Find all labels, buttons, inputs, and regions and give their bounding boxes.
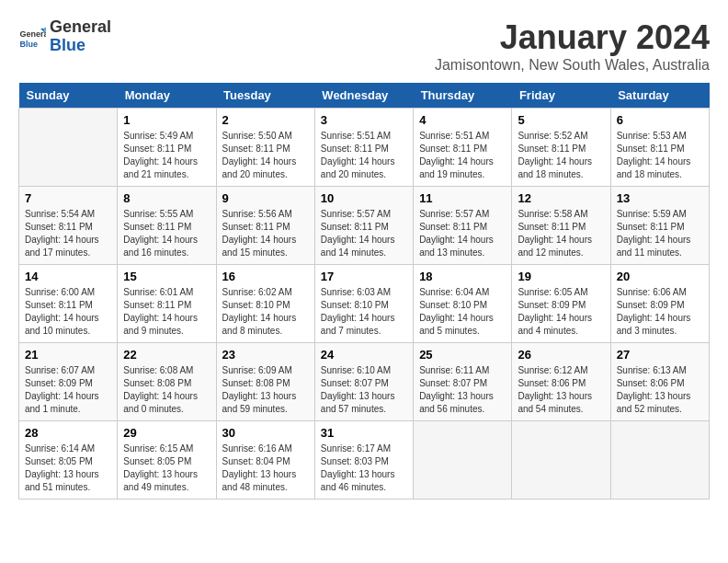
calendar-week-row: 1Sunrise: 5:49 AM Sunset: 8:11 PM Daylig… (19, 109, 710, 187)
day-of-week-header: Wednesday (314, 83, 413, 109)
day-number: 31 (321, 426, 407, 440)
day-info: Sunrise: 6:00 AM Sunset: 8:11 PM Dayligh… (25, 286, 111, 338)
day-info: Sunrise: 5:51 AM Sunset: 8:11 PM Dayligh… (419, 130, 506, 181)
day-of-week-header: Monday (118, 83, 216, 109)
day-info: Sunrise: 6:09 AM Sunset: 8:08 PM Dayligh… (222, 364, 309, 416)
day-number: 12 (518, 191, 604, 205)
day-info: Sunrise: 5:55 AM Sunset: 8:11 PM Dayligh… (123, 208, 210, 259)
day-info: Sunrise: 5:53 AM Sunset: 8:11 PM Dayligh… (617, 130, 703, 181)
calendar-day-cell: 31Sunrise: 6:17 AM Sunset: 8:03 PM Dayli… (314, 421, 413, 500)
day-number: 20 (617, 270, 703, 283)
day-number: 15 (123, 270, 210, 283)
calendar-day-cell: 28Sunrise: 6:14 AM Sunset: 8:05 PM Dayli… (19, 421, 118, 500)
day-number: 23 (222, 348, 309, 362)
day-info: Sunrise: 5:54 AM Sunset: 8:11 PM Dayligh… (25, 208, 111, 259)
day-info: Sunrise: 5:57 AM Sunset: 8:11 PM Dayligh… (321, 208, 407, 259)
calendar-day-cell: 25Sunrise: 6:11 AM Sunset: 8:07 PM Dayli… (414, 343, 512, 421)
calendar-day-cell: 29Sunrise: 6:15 AM Sunset: 8:05 PM Dayli… (118, 421, 216, 500)
calendar-day-cell: 8Sunrise: 5:55 AM Sunset: 8:11 PM Daylig… (118, 187, 216, 265)
day-info: Sunrise: 6:07 AM Sunset: 8:09 PM Dayligh… (25, 364, 111, 416)
logo-text: General Blue (50, 18, 111, 55)
day-number: 13 (617, 191, 703, 205)
day-number: 9 (222, 191, 309, 205)
calendar-day-cell (610, 421, 709, 500)
calendar-table: SundayMondayTuesdayWednesdayThursdayFrid… (18, 83, 710, 500)
day-number: 11 (419, 191, 506, 205)
day-info: Sunrise: 6:16 AM Sunset: 8:04 PM Dayligh… (222, 442, 309, 494)
day-of-week-header: Friday (512, 83, 610, 109)
calendar-title: January 2024 (435, 18, 710, 57)
day-number: 14 (25, 270, 111, 283)
day-number: 28 (25, 426, 111, 440)
calendar-day-cell: 7Sunrise: 5:54 AM Sunset: 8:11 PM Daylig… (19, 187, 118, 265)
calendar-day-cell: 19Sunrise: 6:05 AM Sunset: 8:09 PM Dayli… (512, 265, 610, 343)
calendar-day-cell: 20Sunrise: 6:06 AM Sunset: 8:09 PM Dayli… (610, 265, 709, 343)
day-number: 17 (321, 270, 407, 283)
calendar-header-row: SundayMondayTuesdayWednesdayThursdayFrid… (19, 83, 710, 109)
day-number: 27 (617, 348, 703, 362)
day-info: Sunrise: 6:17 AM Sunset: 8:03 PM Dayligh… (321, 442, 407, 494)
calendar-day-cell: 12Sunrise: 5:58 AM Sunset: 8:11 PM Dayli… (512, 187, 610, 265)
calendar-week-row: 14Sunrise: 6:00 AM Sunset: 8:11 PM Dayli… (19, 265, 710, 343)
day-info: Sunrise: 6:11 AM Sunset: 8:07 PM Dayligh… (419, 364, 506, 416)
day-info: Sunrise: 5:58 AM Sunset: 8:11 PM Dayligh… (518, 208, 604, 259)
day-number: 30 (222, 426, 309, 440)
calendar-day-cell: 4Sunrise: 5:51 AM Sunset: 8:11 PM Daylig… (414, 109, 512, 187)
day-number: 18 (419, 270, 506, 283)
calendar-day-cell (414, 421, 512, 500)
day-info: Sunrise: 5:49 AM Sunset: 8:11 PM Dayligh… (123, 130, 210, 181)
calendar-day-cell: 16Sunrise: 6:02 AM Sunset: 8:10 PM Dayli… (216, 265, 314, 343)
calendar-day-cell: 17Sunrise: 6:03 AM Sunset: 8:10 PM Dayli… (314, 265, 413, 343)
calendar-body: 1Sunrise: 5:49 AM Sunset: 8:11 PM Daylig… (19, 109, 710, 500)
day-number: 3 (321, 113, 407, 127)
calendar-day-cell: 27Sunrise: 6:13 AM Sunset: 8:06 PM Dayli… (610, 343, 709, 421)
day-number: 8 (123, 191, 210, 205)
day-info: Sunrise: 5:59 AM Sunset: 8:11 PM Dayligh… (617, 208, 703, 259)
svg-text:General: General (20, 29, 47, 39)
calendar-week-row: 21Sunrise: 6:07 AM Sunset: 8:09 PM Dayli… (19, 343, 710, 421)
day-number: 2 (222, 113, 309, 127)
calendar-day-cell: 3Sunrise: 5:51 AM Sunset: 8:11 PM Daylig… (314, 109, 413, 187)
calendar-day-cell: 9Sunrise: 5:56 AM Sunset: 8:11 PM Daylig… (216, 187, 314, 265)
day-number: 24 (321, 348, 407, 362)
calendar-day-cell: 14Sunrise: 6:00 AM Sunset: 8:11 PM Dayli… (19, 265, 118, 343)
calendar-day-cell: 10Sunrise: 5:57 AM Sunset: 8:11 PM Dayli… (314, 187, 413, 265)
day-info: Sunrise: 6:06 AM Sunset: 8:09 PM Dayligh… (617, 286, 703, 338)
logo: General Blue General Blue (18, 18, 111, 55)
day-number: 22 (123, 348, 210, 362)
calendar-day-cell: 2Sunrise: 5:50 AM Sunset: 8:11 PM Daylig… (216, 109, 314, 187)
calendar-day-cell: 18Sunrise: 6:04 AM Sunset: 8:10 PM Dayli… (414, 265, 512, 343)
calendar-day-cell: 11Sunrise: 5:57 AM Sunset: 8:11 PM Dayli… (414, 187, 512, 265)
day-number: 26 (518, 348, 604, 362)
day-info: Sunrise: 6:01 AM Sunset: 8:11 PM Dayligh… (123, 286, 210, 338)
calendar-day-cell: 15Sunrise: 6:01 AM Sunset: 8:11 PM Dayli… (118, 265, 216, 343)
title-section: January 2024 Jamisontown, New South Wale… (435, 18, 710, 74)
calendar-day-cell: 6Sunrise: 5:53 AM Sunset: 8:11 PM Daylig… (610, 109, 709, 187)
calendar-week-row: 28Sunrise: 6:14 AM Sunset: 8:05 PM Dayli… (19, 421, 710, 500)
day-number: 29 (123, 426, 210, 440)
day-of-week-header: Sunday (19, 83, 118, 109)
calendar-day-cell: 24Sunrise: 6:10 AM Sunset: 8:07 PM Dayli… (314, 343, 413, 421)
calendar-day-cell: 21Sunrise: 6:07 AM Sunset: 8:09 PM Dayli… (19, 343, 118, 421)
day-of-week-header: Saturday (610, 83, 709, 109)
day-info: Sunrise: 5:50 AM Sunset: 8:11 PM Dayligh… (222, 130, 309, 181)
day-info: Sunrise: 6:14 AM Sunset: 8:05 PM Dayligh… (25, 442, 111, 494)
calendar-day-cell (19, 109, 118, 187)
calendar-day-cell: 23Sunrise: 6:09 AM Sunset: 8:08 PM Dayli… (216, 343, 314, 421)
logo-icon: General Blue (18, 23, 46, 51)
day-number: 21 (25, 348, 111, 362)
day-number: 25 (419, 348, 506, 362)
calendar-day-cell: 13Sunrise: 5:59 AM Sunset: 8:11 PM Dayli… (610, 187, 709, 265)
calendar-day-cell (512, 421, 610, 500)
day-info: Sunrise: 5:57 AM Sunset: 8:11 PM Dayligh… (419, 208, 506, 259)
day-info: Sunrise: 6:13 AM Sunset: 8:06 PM Dayligh… (617, 364, 703, 416)
day-info: Sunrise: 6:15 AM Sunset: 8:05 PM Dayligh… (123, 442, 210, 494)
calendar-day-cell: 22Sunrise: 6:08 AM Sunset: 8:08 PM Dayli… (118, 343, 216, 421)
calendar-day-cell: 30Sunrise: 6:16 AM Sunset: 8:04 PM Dayli… (216, 421, 314, 500)
day-info: Sunrise: 6:04 AM Sunset: 8:10 PM Dayligh… (419, 286, 506, 338)
calendar-day-cell: 26Sunrise: 6:12 AM Sunset: 8:06 PM Dayli… (512, 343, 610, 421)
day-info: Sunrise: 5:56 AM Sunset: 8:11 PM Dayligh… (222, 208, 309, 259)
day-number: 19 (518, 270, 604, 283)
day-info: Sunrise: 6:02 AM Sunset: 8:10 PM Dayligh… (222, 286, 309, 338)
day-number: 7 (25, 191, 111, 205)
